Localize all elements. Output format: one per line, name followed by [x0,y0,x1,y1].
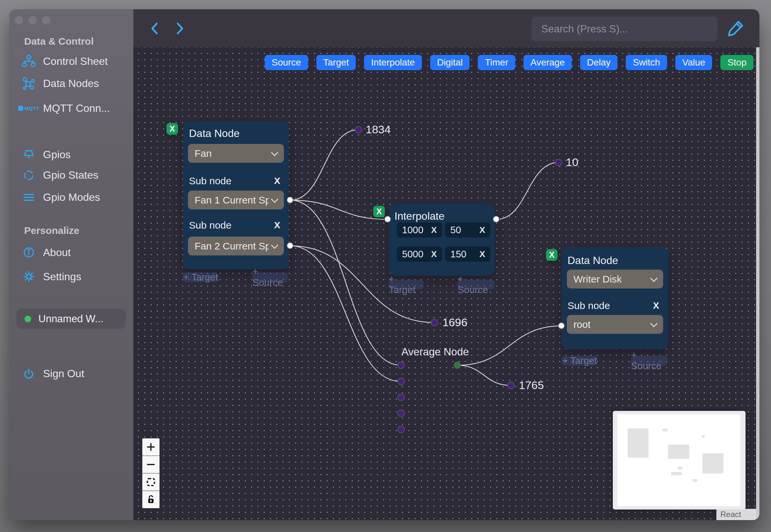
average-output-port[interactable] [454,362,461,369]
fan-add-source-button[interactable]: + Source [252,272,288,282]
zoom-out-button[interactable] [142,456,159,473]
interpolate-input-2[interactable]: 50 X [445,222,490,238]
average-input-port-4[interactable] [397,410,405,417]
sidebar-item-gpio-modes[interactable]: Gpio Modes [21,190,100,205]
sidebar-item-settings[interactable]: Settings [21,269,81,284]
workspace-label: Unnamed W... [38,313,103,325]
sidebar-item-data-nodes[interactable]: Data Nodes [21,76,99,91]
fan-subnode2-select[interactable]: Fan 2 Current Spe [188,237,284,255]
interpolate-source-handle[interactable] [493,216,500,223]
sidebar-section-data-control: Data & Control [24,36,94,47]
stop-button[interactable]: Stop [720,55,753,70]
sidebar: Data & Control Control Sheet Data Nodes [9,9,133,520]
writer-subnode-row: Sub node X [567,300,659,311]
sidebar-item-workspace[interactable]: Unnamed W... [17,309,126,329]
minimap[interactable] [613,411,746,510]
chevron-left-icon[interactable] [150,22,160,35]
value-port-1834[interactable] [355,126,362,133]
add-source-node-button[interactable]: Source [265,55,308,70]
interpolate-input-4[interactable]: 150 X [445,246,490,262]
fit-view-button[interactable] [142,473,159,491]
traffic-light-close[interactable] [15,16,23,24]
average-input-port-5[interactable] [397,426,405,433]
average-input-port-3[interactable] [397,394,405,401]
writer-root-target-handle[interactable] [558,322,565,329]
node-title: Data Node [189,127,240,140]
sidebar-item-about[interactable]: About [21,245,71,260]
add-average-node-button[interactable]: Average [523,55,572,70]
value-port-1765[interactable] [507,382,515,389]
average-input-port-2[interactable] [397,378,405,385]
chevron-down-icon [650,274,658,282]
interpolate-input-3[interactable]: 5000 X [397,246,442,262]
interpolate-input-1[interactable]: 1000 X [397,222,442,238]
add-digital-node-button[interactable]: Digital [430,55,470,70]
traffic-light-minimize[interactable] [28,16,37,24]
node-toolbar: Source Target Interpolate Digital Timer … [265,55,753,70]
add-target-node-button[interactable]: Target [316,55,356,70]
writer-device-select[interactable]: Writer Disk [567,270,663,288]
control-sheet-icon [21,55,36,68]
dashed-circle-icon [21,168,36,182]
edge-value-label: 1834 [366,123,391,136]
remove-subnode-button[interactable]: X [274,176,280,186]
fan-data-node[interactable]: Data Node Fan Sub node X Fan 1 Current S… [183,121,289,269]
clear-input-button[interactable]: X [479,249,485,259]
sidebar-item-mqtt[interactable]: MQTT MQTT Conn... [21,101,110,116]
pencil-icon[interactable] [726,18,746,39]
lock-icon-button[interactable] [142,491,159,508]
add-delay-node-button[interactable]: Delay [580,55,618,70]
sidebar-item-label: Control Sheet [43,55,108,67]
edge [290,130,358,200]
interpolate-node-remove-button[interactable]: X [373,206,385,217]
traffic-light-zoom[interactable] [42,16,50,24]
zoom-in-button[interactable] [142,438,159,456]
react-flow-attribution[interactable]: React Flow [716,509,759,520]
minimap-node [671,472,682,475]
fan-add-target-button[interactable]: + Target [183,272,218,282]
vertical-scrollbar[interactable] [756,47,759,520]
add-value-node-button[interactable]: Value [675,55,712,70]
fan-subnode1-select[interactable]: Fan 1 Current Spe [188,191,284,209]
sidebar-item-control-sheet[interactable]: Control Sheet [21,54,108,69]
add-interpolate-node-button[interactable]: Interpolate [364,55,422,70]
add-timer-node-button[interactable]: Timer [478,55,515,70]
writer-add-target-button[interactable]: + Target [562,356,597,366]
clear-input-button[interactable]: X [431,249,437,259]
minimap-node [662,429,667,431]
remove-subnode-button[interactable]: X [653,300,659,311]
clear-input-button[interactable]: X [431,225,437,235]
flow-canvas[interactable]: Source Target Interpolate Digital Timer … [133,47,759,520]
chevron-right-icon[interactable] [175,22,185,35]
interpolate-node[interactable]: Interpolate 1000 X 50 X 5000 X 150 X [389,203,495,276]
sidebar-item-sign-out[interactable]: Sign Out [21,366,84,381]
clear-input-button[interactable]: X [479,225,485,235]
edge [457,326,562,365]
power-icon [21,367,36,380]
fan-device-select[interactable]: Fan [188,144,284,163]
fan-sub1-source-handle[interactable] [287,197,294,203]
interpolate-target-handle[interactable] [384,216,391,223]
writer-add-source-button[interactable]: + Source [631,356,667,366]
fan-sub2-source-handle[interactable] [287,242,294,249]
value-port-1696[interactable] [431,319,438,326]
fan-subnode1-row: Sub node X [189,175,280,187]
fan-node-remove-button[interactable]: X [166,123,178,135]
remove-subnode-button[interactable]: X [274,220,280,231]
node-title: Data Node [567,254,618,267]
sidebar-item-gpios[interactable]: Gpios [21,147,71,162]
mqtt-icon: MQTT [21,102,36,115]
sidebar-item-gpio-states[interactable]: Gpio States [21,167,98,183]
writer-data-node[interactable]: Data Node Writer Disk Sub node X root [562,247,668,349]
interpolate-add-source-button[interactable]: + Source [458,280,495,289]
writer-node-remove-button[interactable]: X [546,249,558,261]
add-switch-node-button[interactable]: Switch [626,55,667,70]
edge [290,246,401,381]
average-input-port-1[interactable] [397,362,405,369]
interpolate-add-target-button[interactable]: + Target [389,280,424,289]
edge-value-label: 1765 [519,379,544,392]
gear-icon [21,270,36,283]
value-port-10[interactable] [555,159,562,166]
writer-subnode-select[interactable]: root [567,315,663,334]
search-input[interactable] [531,17,717,41]
